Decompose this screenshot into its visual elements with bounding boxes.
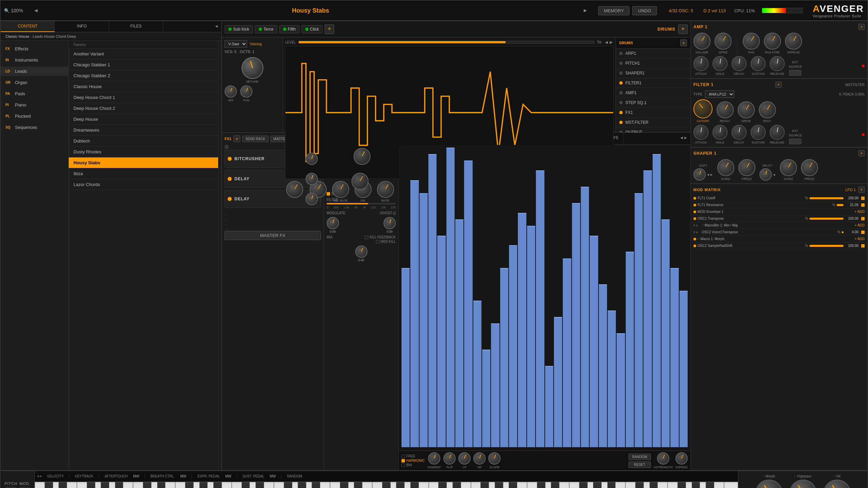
- preset-item-housy-stabs[interactable]: Housy Stabs: [69, 157, 218, 168]
- preset-item-chicago-stabber-2[interactable]: Chicago Stabber 2: [69, 70, 218, 81]
- lp-knob[interactable]: [458, 452, 471, 465]
- mix-detail-knob[interactable]: [355, 246, 367, 258]
- level-bar[interactable]: [298, 41, 594, 44]
- step-bar-20[interactable]: [581, 187, 589, 447]
- black-key-23[interactable]: [354, 482, 362, 488]
- white-key-49[interactable]: [724, 482, 738, 488]
- flip-knob[interactable]: [443, 452, 456, 465]
- amp-sustain-knob[interactable]: [751, 56, 766, 71]
- black-key-33[interactable]: [495, 482, 503, 488]
- osc-slot-4[interactable]: Click: [301, 25, 323, 33]
- shaper-freq2-knob[interactable]: [801, 159, 818, 176]
- step-bar-18[interactable]: [563, 258, 571, 447]
- mod-add-7[interactable]: + ADD: [855, 237, 865, 241]
- nsweep-knob[interactable]: [428, 452, 440, 465]
- nav-item-organ[interactable]: OR Organ: [1, 78, 68, 87]
- black-key-25[interactable]: [382, 482, 391, 488]
- step-bar-29[interactable]: [661, 219, 670, 447]
- mod-add-5[interactable]: + ADD: [855, 223, 865, 227]
- nav-item-plucked[interactable]: PL Plucked: [1, 112, 68, 121]
- black-key-30[interactable]: [453, 482, 461, 488]
- black-key-26[interactable]: [396, 482, 405, 488]
- drums-fx1[interactable]: FX1: [616, 108, 690, 118]
- black-key-44[interactable]: [650, 482, 658, 488]
- black-key-16[interactable]: [256, 482, 264, 488]
- black-key-11[interactable]: [185, 482, 194, 488]
- nav-item-instruments[interactable]: IN Instruments: [1, 55, 68, 65]
- preset-item-classic-house[interactable]: Classic House: [69, 81, 218, 92]
- tab-info[interactable]: INFO: [55, 21, 109, 32]
- macro-highpass-knob[interactable]: [789, 479, 817, 488]
- black-key-12[interactable]: [199, 482, 208, 488]
- filter-bar[interactable]: [327, 203, 396, 204]
- step-bar-5[interactable]: [446, 148, 455, 447]
- black-key-43[interactable]: [635, 482, 644, 488]
- shaper-type-knob[interactable]: [693, 168, 706, 181]
- black-key-40[interactable]: [593, 482, 602, 488]
- filter-source-btn[interactable]: [789, 139, 801, 144]
- hp-knob[interactable]: [473, 452, 486, 465]
- midi-kill-check[interactable]: [376, 240, 379, 243]
- black-key-8[interactable]: [143, 482, 151, 488]
- black-key-47[interactable]: [692, 482, 700, 488]
- black-key-37[interactable]: [551, 482, 559, 488]
- mix-knob[interactable]: [225, 85, 237, 98]
- drums-plus-btn[interactable]: +: [680, 39, 687, 46]
- black-key-15[interactable]: [242, 482, 250, 488]
- master-fx-bottom-btn[interactable]: MASTER FX: [225, 231, 321, 240]
- step-bar-8[interactable]: [473, 301, 481, 447]
- preset-item-deep-house-chord-2[interactable]: Deep House Chord 2: [69, 103, 218, 114]
- filter-decay-knob[interactable]: [732, 125, 747, 140]
- random-btn[interactable]: RANDOM: [628, 454, 651, 460]
- macro-morph-knob[interactable]: [755, 479, 783, 488]
- right-arrow-btn[interactable]: ►: [583, 7, 588, 14]
- tab-files[interactable]: FILES: [109, 21, 163, 32]
- step-bar-1[interactable]: [410, 180, 419, 447]
- filter-release-knob[interactable]: [770, 125, 785, 140]
- fx-rack-add-btn[interactable]: +: [233, 135, 240, 142]
- step-bar-0[interactable]: [402, 268, 410, 447]
- amp-release-knob[interactable]: [770, 56, 785, 71]
- drums-shaper1[interactable]: SHAPER1: [616, 68, 690, 78]
- step-bar-28[interactable]: [653, 154, 661, 447]
- back-arrow-icon[interactable]: ◄: [212, 21, 221, 32]
- tab-content[interactable]: CONTENT: [1, 21, 55, 32]
- filter-type-select[interactable]: ANA LP12: [705, 90, 734, 98]
- mod-add-1[interactable]: + ADD: [855, 210, 865, 214]
- width-knob[interactable]: [354, 148, 371, 165]
- ghost-q-knob[interactable]: [383, 217, 396, 229]
- osc-wave-select[interactable]: V-Saw: [225, 40, 247, 48]
- filter-add-btn[interactable]: +: [775, 82, 782, 88]
- black-key-46[interactable]: [677, 482, 686, 488]
- delay2-knob[interactable]: [306, 193, 318, 205]
- black-key-2[interactable]: [59, 482, 67, 488]
- filter-cutoff-knob[interactable]: [693, 99, 713, 118]
- osc-add-button[interactable]: +: [325, 24, 334, 34]
- amp-volume-knob[interactable]: [693, 33, 710, 50]
- delay1-knob[interactable]: [306, 173, 318, 185]
- black-key-1[interactable]: [45, 482, 53, 488]
- drums-pitch1[interactable]: PITCH1: [616, 58, 690, 68]
- step-bar-30[interactable]: [670, 268, 678, 447]
- amp-hold-knob[interactable]: [713, 56, 727, 71]
- preset-item-ibiza[interactable]: Ibiza: [69, 168, 218, 179]
- preset-item-deep-house[interactable]: Deep House: [69, 114, 218, 125]
- macro-hit-knob[interactable]: [823, 479, 851, 488]
- preset-item-chicago-stabber-1[interactable]: Chicago Stabber 1: [69, 60, 218, 70]
- memory-button[interactable]: MEMORY: [598, 6, 629, 15]
- sync-checkbox[interactable]: [327, 192, 330, 196]
- piano-keys[interactable]: [35, 482, 738, 488]
- step-bar-10[interactable]: [491, 323, 499, 447]
- step-bar-6[interactable]: [455, 219, 463, 447]
- step-bar-21[interactable]: [590, 236, 598, 447]
- black-key-32[interactable]: [480, 482, 489, 488]
- kill-feedback-check[interactable]: [365, 236, 368, 239]
- drums-amp1[interactable]: AMP1: [616, 88, 690, 98]
- black-key-9[interactable]: [157, 482, 166, 488]
- step-bar-16[interactable]: [545, 366, 553, 447]
- black-key-29[interactable]: [438, 482, 447, 488]
- filter-reso-knob[interactable]: [717, 101, 734, 118]
- bitcrusher-knob[interactable]: [306, 153, 318, 165]
- black-key-20[interactable]: [312, 482, 320, 488]
- vspeed-knob[interactable]: [675, 452, 688, 465]
